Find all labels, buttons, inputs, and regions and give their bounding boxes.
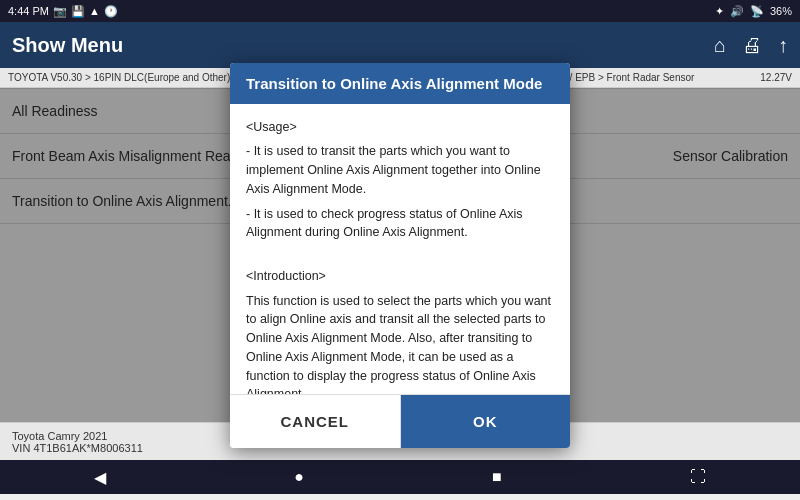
print-icon[interactable]: 🖨 [742,34,762,57]
dialog-footer: CANCEL OK [230,394,570,448]
ok-button[interactable]: OK [401,395,571,448]
nav-bar: ◀ ● ■ ⛶ [0,460,800,494]
intro-heading: <Introduction> [246,267,554,286]
volume-icon: 🔊 [730,5,744,18]
status-bar: 4:44 PM 📷 💾 ▲ 🕐 ✦ 🔊 📡 36% [0,0,800,22]
wifi-icon: 📡 [750,5,764,18]
cancel-button[interactable]: CANCEL [230,395,401,448]
dialog-body: <Usage> - It is used to transit the part… [230,104,570,394]
status-right: ✦ 🔊 📡 36% [715,5,792,18]
usage-heading: <Usage> [246,118,554,137]
modal-overlay: Transition to Online Axis Alignment Mode… [0,88,800,422]
upload-icon[interactable]: ↑ [778,34,788,57]
dialog: Transition to Online Axis Alignment Mode… [230,63,570,448]
battery-display: 36% [770,5,792,17]
time-display: 4:44 PM [8,5,49,17]
back-button[interactable]: ◀ [74,462,126,493]
page-title: Show Menu [12,34,123,57]
nav-icons: ⌂ 🖨 ↑ [714,34,788,57]
signal-icon: ▲ [89,5,100,17]
recents-button[interactable]: ■ [472,462,522,492]
dialog-header: Transition to Online Axis Alignment Mode [230,63,570,104]
voltage-display: 12.27V [760,72,792,83]
home-button[interactable]: ● [274,462,324,492]
camera-icon: 📷 [53,5,67,18]
screenshot-button[interactable]: ⛶ [670,462,726,492]
status-left: 4:44 PM 📷 💾 ▲ 🕐 [8,5,118,18]
home-icon[interactable]: ⌂ [714,34,726,57]
clock-icon: 🕐 [104,5,118,18]
usage-line1: - It is used to transit the parts which … [246,142,554,198]
dialog-title: Transition to Online Axis Alignment Mode [246,75,542,92]
top-nav: Show Menu ⌂ 🖨 ↑ [0,22,800,68]
usage-line2: - It is used to check progress status of… [246,205,554,243]
background-content: All Readiness Front Beam Axis Misalignme… [0,88,800,422]
bluetooth-icon: ✦ [715,5,724,18]
intro-text: This function is used to select the part… [246,292,554,394]
save-icon: 💾 [71,5,85,18]
